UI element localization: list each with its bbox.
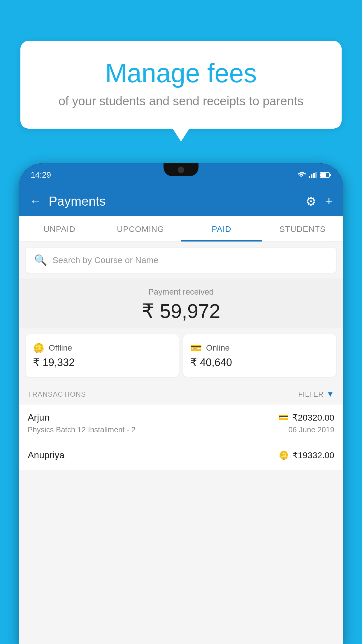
payment-type-icon: 🪙 <box>279 450 289 460</box>
filter-icon: ▼ <box>326 390 334 399</box>
transactions-label: TRANSACTIONS <box>28 390 86 398</box>
wifi-icon <box>296 172 306 178</box>
status-time: 14:29 <box>31 170 51 180</box>
payment-cards: 🪙 Offline ₹ 19,332 💳 Online ₹ 40,640 <box>19 328 343 383</box>
search-icon: 🔍 <box>34 254 47 266</box>
table-row[interactable]: Arjun 💳 ₹20320.00 Physics Batch 12 Insta… <box>19 405 343 442</box>
app-header: ← Payments ⚙ + <box>19 187 343 216</box>
status-icons <box>296 172 331 178</box>
svg-rect-6 <box>320 173 326 177</box>
svg-rect-2 <box>313 173 315 178</box>
online-amount: ₹ 40,640 <box>190 356 329 369</box>
offline-amount: ₹ 19,332 <box>33 356 172 369</box>
bubble-subtitle: of your students and send receipts to pa… <box>35 94 327 108</box>
svg-rect-1 <box>311 174 312 178</box>
phone-notch <box>164 163 198 176</box>
speech-bubble: Manage fees of your students and send re… <box>20 41 342 129</box>
add-button[interactable]: + <box>325 194 333 208</box>
payment-total-amount: ₹ 59,972 <box>19 300 343 323</box>
payment-summary: Payment received ₹ 59,972 <box>19 279 343 328</box>
tab-unpaid[interactable]: UNPAID <box>19 216 100 242</box>
filter-button[interactable]: FILTER ▼ <box>298 390 334 399</box>
transactions-header: TRANSACTIONS FILTER ▼ <box>19 383 343 405</box>
camera <box>178 167 184 173</box>
bubble-title: Manage fees <box>35 58 327 88</box>
filter-label: FILTER <box>298 390 324 398</box>
online-label: Online <box>206 343 230 353</box>
transaction-name: Arjun <box>28 412 50 423</box>
transaction-date: 06 June 2019 <box>288 425 334 434</box>
transaction-amount-wrap: 🪙 ₹19332.00 <box>279 450 334 460</box>
transaction-amount: ₹20320.00 <box>292 412 334 423</box>
transaction-name: Anupriya <box>28 450 64 461</box>
transaction-bottom: Physics Batch 12 Installment - 2 06 June… <box>28 425 334 434</box>
tabs: UNPAID UPCOMING PAID STUDENTS <box>19 216 343 242</box>
search-input[interactable]: Search by Course or Name <box>52 255 159 265</box>
signal-icon <box>309 172 317 178</box>
transaction-top: Anupriya 🪙 ₹19332.00 <box>28 450 334 461</box>
offline-card-header: 🪙 Offline <box>33 342 172 354</box>
transaction-course: Physics Batch 12 Installment - 2 <box>28 425 136 434</box>
tab-students[interactable]: STUDENTS <box>262 216 343 242</box>
status-bar: 14:29 <box>19 163 343 187</box>
table-row[interactable]: Anupriya 🪙 ₹19332.00 <box>19 442 343 471</box>
transaction-amount: ₹19332.00 <box>292 450 334 460</box>
offline-label: Offline <box>49 343 72 353</box>
offline-payment-card: 🪙 Offline ₹ 19,332 <box>26 334 179 377</box>
online-payment-card: 💳 Online ₹ 40,640 <box>183 334 336 377</box>
header-actions: ⚙ + <box>305 194 333 209</box>
payment-type-icon: 💳 <box>279 413 289 422</box>
battery-icon <box>320 172 331 178</box>
search-bar[interactable]: 🔍 Search by Course or Name <box>26 248 336 273</box>
screen-content: 🔍 Search by Course or Name Payment recei… <box>19 242 343 644</box>
transaction-top: Arjun 💳 ₹20320.00 <box>28 412 334 423</box>
tab-paid[interactable]: PAID <box>181 216 262 242</box>
svg-rect-5 <box>330 174 331 176</box>
offline-icon: 🪙 <box>33 342 45 354</box>
svg-rect-0 <box>309 176 310 178</box>
svg-rect-3 <box>315 172 317 178</box>
settings-button[interactable]: ⚙ <box>305 194 317 209</box>
online-card-header: 💳 Online <box>190 342 329 354</box>
transaction-amount-wrap: 💳 ₹20320.00 <box>279 412 334 423</box>
back-button[interactable]: ← <box>29 194 42 208</box>
payment-label: Payment received <box>19 287 343 297</box>
online-icon: 💳 <box>190 342 202 354</box>
phone-frame: 14:29 ← Payments ⚙ + <box>19 163 343 644</box>
page-title: Payments <box>49 194 305 209</box>
tab-upcoming[interactable]: UPCOMING <box>100 216 181 242</box>
